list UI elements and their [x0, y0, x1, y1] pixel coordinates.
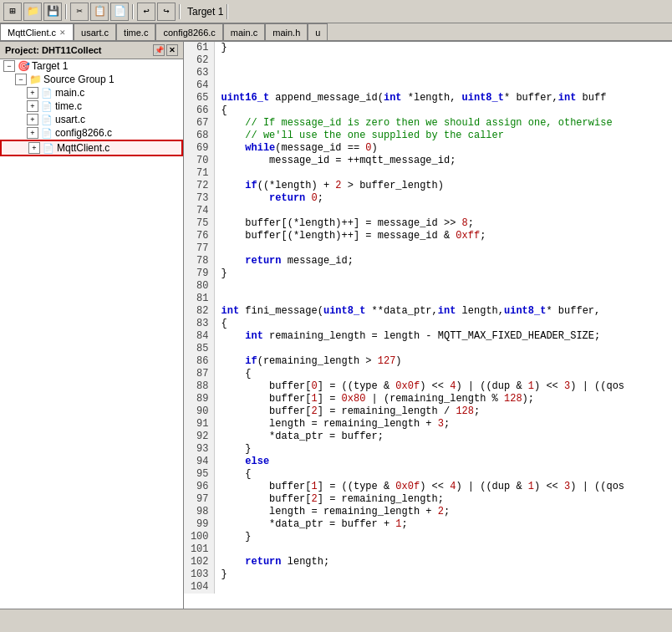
line-content[interactable]	[214, 543, 672, 556]
line-content[interactable]: buffer[(*length)++] = message_id >> 8;	[214, 217, 672, 230]
tab-mainh[interactable]: main.h	[265, 23, 308, 41]
line-content[interactable]: }	[214, 42, 672, 54]
file-label-config8266c: config8266.c	[55, 127, 112, 139]
tab-mqttclient-close[interactable]: ✕	[59, 28, 66, 37]
code-line: 85	[184, 343, 672, 355]
line-content[interactable]	[214, 167, 672, 180]
line-number: 82	[184, 305, 214, 318]
line-content[interactable]: buffer[1] = ((type & 0x0f) << 4) | ((dup…	[214, 481, 672, 493]
file-icon-config8266c: 📄	[40, 127, 53, 139]
tree-item-target[interactable]: − 🎯 Target 1	[0, 59, 183, 73]
toolbar-btn-8[interactable]: ↪	[157, 3, 176, 21]
sidebar-close-icon[interactable]: ✕	[166, 44, 178, 56]
line-content[interactable]	[214, 67, 672, 79]
code-line: 64	[184, 79, 672, 92]
tree-item-mainc[interactable]: + 📄 main.c	[0, 86, 183, 99]
line-content[interactable]: buffer[2] = remaining_length / 128;	[214, 405, 672, 418]
tab-mqttclient-label: MqttClient.c	[8, 28, 56, 38]
toolbar-btn-2[interactable]: 📁	[23, 3, 42, 21]
toolbar-btn-6[interactable]: 📄	[110, 3, 129, 21]
line-content[interactable]: return length;	[214, 556, 672, 568]
line-content[interactable]	[214, 280, 672, 293]
toolbar-btn-5[interactable]: 📋	[90, 3, 109, 21]
line-content[interactable]: uint16_t append_message_id(int *length, …	[214, 92, 672, 104]
tab-config8266[interactable]: config8266.c	[155, 23, 222, 41]
line-content[interactable]: {	[214, 318, 672, 330]
code-line: 82int fini_message(uint8_t **data_ptr,in…	[184, 305, 672, 318]
toolbar-btn-3[interactable]: 💾	[43, 3, 62, 21]
line-content[interactable]	[214, 54, 672, 67]
tree-expander-target[interactable]: −	[3, 60, 15, 72]
tree-expander-mqttclientc[interactable]: +	[28, 142, 40, 154]
line-content[interactable]: {	[214, 468, 672, 481]
line-content[interactable]: message_id = ++mqtt_message_id;	[214, 155, 672, 167]
line-content[interactable]	[214, 343, 672, 355]
line-content[interactable]: }	[214, 443, 672, 456]
line-content[interactable]: buffer[2] = remaining_length;	[214, 493, 672, 506]
line-content[interactable]: }	[214, 268, 672, 280]
line-content[interactable]: length = remaining_length + 3;	[214, 418, 672, 431]
line-content[interactable]	[214, 79, 672, 92]
line-content[interactable]: buffer[(*length)++] = message_id & 0xff;	[214, 230, 672, 242]
tab-time[interactable]: time.c	[116, 23, 155, 41]
tree-expander-timec[interactable]: +	[27, 100, 38, 112]
tree-expander-config8266c[interactable]: +	[27, 127, 38, 139]
line-content[interactable]: *data_ptr = buffer + 1;	[214, 518, 672, 531]
file-icon-timec: 📄	[40, 100, 53, 112]
tree-item-sourcegroup[interactable]: − 📁 Source Group 1	[0, 73, 183, 86]
toolbar-btn-4[interactable]: ✂	[70, 3, 89, 21]
tree-expander-mainc[interactable]: +	[27, 87, 38, 99]
line-content[interactable]	[214, 581, 672, 594]
line-content[interactable]: buffer[1] = 0x80 | (remaining_length % 1…	[214, 393, 672, 405]
line-content[interactable]	[214, 293, 672, 305]
tab-u[interactable]: u	[308, 23, 328, 41]
line-content[interactable]: else	[214, 456, 672, 468]
code-editor[interactable]: 61}62 63 64 65uint16_t append_message_id…	[184, 42, 672, 609]
line-number: 63	[184, 67, 214, 79]
line-content[interactable]: return message_id;	[214, 255, 672, 268]
line-content[interactable]: while(message_id == 0)	[214, 142, 672, 155]
line-content[interactable]: buffer[0] = ((type & 0x0f) << 4) | ((dup…	[214, 380, 672, 393]
line-number: 103	[184, 568, 214, 581]
tab-usart[interactable]: usart.c	[74, 23, 116, 41]
line-content[interactable]: int fini_message(uint8_t **data_ptr,int …	[214, 305, 672, 318]
tree-item-mqttclientc[interactable]: + 📄 MqttClient.c	[0, 140, 183, 156]
sidebar-pin-icon[interactable]: 📌	[153, 44, 165, 56]
line-content[interactable]	[214, 242, 672, 255]
code-line: 62	[184, 54, 672, 67]
line-content[interactable]: // we'll use the one supplied by the cal…	[214, 130, 672, 142]
tree-expander-usartc[interactable]: +	[27, 114, 38, 125]
line-number: 61	[184, 42, 214, 54]
line-number: 77	[184, 242, 214, 255]
line-content[interactable]: {	[214, 368, 672, 380]
line-content[interactable]: *data_ptr = buffer;	[214, 431, 672, 443]
tree-item-config8266c[interactable]: + 📄 config8266.c	[0, 126, 183, 140]
tree-expander-sourcegroup[interactable]: −	[15, 74, 27, 85]
tree-item-usartc[interactable]: + 📄 usart.c	[0, 113, 183, 126]
line-number: 94	[184, 456, 214, 468]
line-content[interactable]: length = remaining_length + 2;	[214, 506, 672, 518]
code-line: 81	[184, 293, 672, 305]
toolbar-btn-7[interactable]: ↩	[137, 3, 155, 21]
tab-mqttclient[interactable]: MqttClient.c ✕	[0, 23, 74, 41]
line-content[interactable]: }	[214, 531, 672, 543]
toolbar: ⊞ 📁 💾 ✂ 📋 📄 ↩ ↪ Target 1	[0, 0, 672, 23]
line-number: 81	[184, 293, 214, 305]
line-content[interactable]: if((*length) + 2 > buffer_length)	[214, 180, 672, 192]
line-content[interactable]: // If message_id is zero then we should …	[214, 117, 672, 130]
code-line: 83{	[184, 318, 672, 330]
tree-item-timec[interactable]: + 📄 time.c	[0, 99, 183, 113]
line-content[interactable]: }	[214, 568, 672, 581]
tab-mainc[interactable]: main.c	[223, 23, 265, 41]
line-content[interactable]: {	[214, 104, 672, 117]
toolbar-sep-4	[227, 4, 228, 19]
line-content[interactable]	[214, 205, 672, 217]
line-number: 91	[184, 418, 214, 431]
line-content[interactable]: return 0;	[214, 192, 672, 205]
toolbar-btn-1[interactable]: ⊞	[3, 3, 22, 21]
line-content[interactable]: int remaining_length = length - MQTT_MAX…	[214, 330, 672, 343]
line-content[interactable]: if(remaining_length > 127)	[214, 355, 672, 368]
tab-config8266-label: config8266.c	[163, 28, 215, 38]
toolbar-sep-3	[179, 4, 181, 19]
code-line: 67 // If message_id is zero then we shou…	[184, 117, 672, 130]
